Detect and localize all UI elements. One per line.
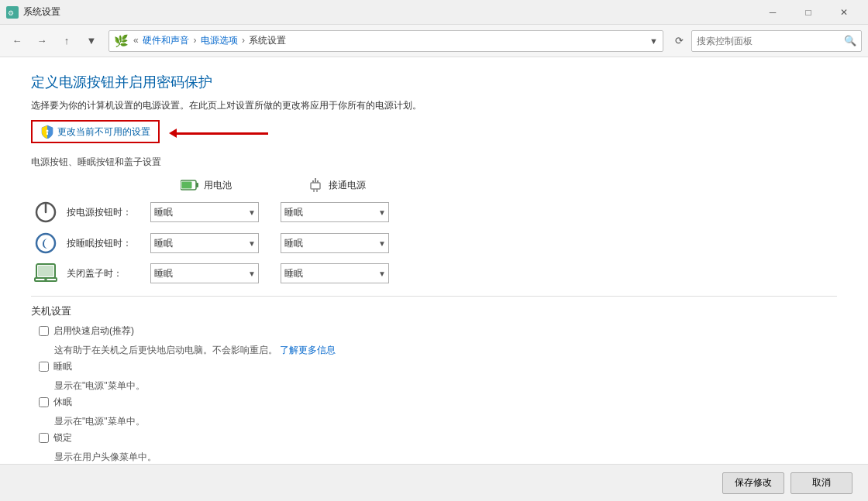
search-input[interactable] bbox=[697, 36, 841, 46]
sleep-button-icon-cell bbox=[31, 232, 60, 255]
battery-column-label: 用电池 bbox=[204, 179, 232, 192]
breadcrumb-part1[interactable]: 硬件和声音 bbox=[143, 35, 189, 46]
learn-more-link[interactable]: 了解更多信息 bbox=[280, 345, 336, 355]
refresh-button[interactable]: ⟳ bbox=[670, 32, 688, 50]
fast-startup-desc: 这有助于在关机之后更快地启动电脑。不会影响重启。 了解更多信息 bbox=[54, 344, 837, 357]
sleep-button-label: 按睡眠按钮时： bbox=[67, 237, 144, 250]
sleep-checkbox[interactable] bbox=[39, 362, 49, 372]
forward-button[interactable]: → bbox=[31, 30, 53, 52]
power-button-icon bbox=[34, 201, 57, 224]
lid-icon bbox=[34, 263, 57, 284]
power-column-label: 接通电源 bbox=[329, 179, 366, 192]
fast-startup-item: 启用快速启动(推荐) 这有助于在关机之后更快地启动电脑。不会影响重启。 了解更多… bbox=[39, 324, 837, 357]
page-description: 选择要为你的计算机设置的电源设置。在此页上对设置所做的更改将应用于你所有的电源计… bbox=[31, 99, 837, 112]
battery-column-header: 用电池 bbox=[144, 177, 268, 194]
sleep-desc: 显示在"电源"菜单中。 bbox=[54, 379, 837, 393]
lid-icon-cell bbox=[31, 263, 60, 284]
lid-label: 关闭盖子时： bbox=[67, 267, 144, 280]
change-settings-button[interactable]: 更改当前不可用的设置 bbox=[31, 120, 160, 143]
save-button[interactable]: 保存修改 bbox=[722, 472, 784, 494]
fast-startup-label: 启用快速启动(推荐) bbox=[53, 324, 134, 338]
sleep-button-power-select-wrapper: 睡眠 关机 不采取任何操作 休眠 ▼ bbox=[281, 233, 405, 253]
uac-shield-icon bbox=[40, 125, 54, 139]
shutdown-items: 启用快速启动(推荐) 这有助于在关机之后更快地启动电脑。不会影响重启。 了解更多… bbox=[31, 324, 837, 464]
hibernate-label: 休眠 bbox=[53, 396, 72, 409]
svg-rect-3 bbox=[46, 132, 48, 135]
power-column-header: 接通电源 bbox=[274, 177, 398, 194]
main-content: 定义电源按钮并启用密码保护 选择要为你的计算机设置的电源设置。在此页上对设置所做… bbox=[0, 57, 868, 464]
svg-rect-6 bbox=[182, 182, 192, 189]
sleep-button-power-select[interactable]: 睡眠 关机 不采取任何操作 休眠 bbox=[281, 233, 389, 253]
lid-power-select-wrapper: 睡眠 关机 不采取任何操作 休眠 ▼ bbox=[281, 263, 405, 283]
back-button[interactable]: ← bbox=[6, 30, 28, 52]
power-button-power-select-wrapper: 睡眠 关机 不采取任何操作 休眠 ▼ bbox=[281, 202, 405, 222]
lid-row: 关闭盖子时： 睡眠 关机 不采取任何操作 休眠 ▼ 睡眠 关 bbox=[31, 259, 837, 288]
up-button[interactable]: ↑ bbox=[56, 30, 78, 52]
lid-battery-select-wrapper: 睡眠 关机 不采取任何操作 休眠 ▼ bbox=[150, 263, 274, 283]
column-headers: 用电池 接通电源 bbox=[144, 177, 837, 194]
bottom-bar: 保存修改 取消 bbox=[0, 464, 868, 501]
sleep-button-row: 按睡眠按钮时： 睡眠 关机 不采取任何操作 休眠 ▼ 睡眠 bbox=[31, 228, 837, 259]
maximize-button[interactable]: □ bbox=[790, 0, 826, 25]
breadcrumb-sep0: « bbox=[133, 35, 139, 46]
cancel-button[interactable]: 取消 bbox=[790, 472, 852, 494]
hibernate-desc: 显示在"电源"菜单中。 bbox=[54, 415, 837, 428]
power-settings-rows: 按电源按钮时： 睡眠 关机 不采取任何操作 休眠 ▼ 睡眠 bbox=[31, 197, 837, 288]
power-button-label: 按电源按钮时： bbox=[67, 206, 144, 219]
sleep-button-icon bbox=[34, 232, 57, 255]
sleep-item: 睡眠 显示在"电源"菜单中。 bbox=[39, 360, 837, 393]
power-button-row: 按电源按钮时： 睡眠 关机 不采取任何操作 休眠 ▼ 睡眠 bbox=[31, 197, 837, 228]
power-button-icon-cell bbox=[31, 201, 60, 224]
page-title: 定义电源按钮并启用密码保护 bbox=[31, 73, 837, 91]
power-button-battery-select-wrapper: 睡眠 关机 不采取任何操作 休眠 ▼ bbox=[150, 202, 274, 222]
sleep-button-battery-select[interactable]: 睡眠 关机 不采取任何操作 休眠 bbox=[150, 233, 259, 253]
annotation-arrow bbox=[175, 132, 268, 135]
lock-checkbox[interactable] bbox=[39, 433, 49, 443]
sleep-button-battery-select-wrapper: 睡眠 关机 不采取任何操作 休眠 ▼ bbox=[150, 233, 274, 253]
svg-rect-8 bbox=[311, 183, 320, 189]
sleep-label: 睡眠 bbox=[53, 360, 72, 373]
lock-label: 锁定 bbox=[53, 431, 72, 444]
hibernate-checkbox[interactable] bbox=[39, 397, 49, 407]
lock-item: 锁定 显示在用户头像菜单中。 bbox=[39, 431, 837, 464]
lid-battery-select[interactable]: 睡眠 关机 不采取任何操作 休眠 bbox=[150, 263, 259, 283]
svg-point-19 bbox=[44, 279, 47, 280]
change-settings-label: 更改当前不可用的设置 bbox=[57, 125, 150, 139]
lid-power-select[interactable]: 睡眠 关机 不采取任何操作 休眠 bbox=[281, 263, 389, 283]
svg-text:⚙: ⚙ bbox=[8, 9, 14, 17]
minimize-button[interactable]: ─ bbox=[755, 0, 790, 25]
hibernate-item: 休眠 显示在"电源"菜单中。 bbox=[39, 396, 837, 428]
svg-rect-17 bbox=[38, 266, 53, 276]
section2-title: 关机设置 bbox=[31, 304, 837, 318]
address-bar: 🌿 « 硬件和声音 › 电源选项 › 系统设置 ▼ bbox=[108, 30, 663, 52]
svg-point-15 bbox=[36, 234, 55, 252]
search-bar: 🔍 bbox=[691, 30, 862, 52]
plug-icon bbox=[307, 177, 324, 194]
section1-label: 电源按钮、睡眠按钮和盖子设置 bbox=[31, 156, 837, 169]
lock-desc: 显示在用户头像菜单中。 bbox=[54, 451, 837, 464]
title-bar: ⚙ 系统设置 ─ □ ✕ bbox=[0, 0, 868, 25]
battery-icon bbox=[181, 179, 199, 191]
svg-rect-5 bbox=[196, 183, 198, 187]
power-button-power-select[interactable]: 睡眠 关机 不采取任何操作 休眠 bbox=[281, 202, 389, 222]
power-button-battery-select[interactable]: 睡眠 关机 不采取任何操作 休眠 bbox=[150, 202, 259, 222]
search-icon[interactable]: 🔍 bbox=[844, 35, 856, 46]
breadcrumb-part2[interactable]: 电源选项 bbox=[201, 35, 238, 46]
window-title: 系统设置 bbox=[23, 5, 60, 19]
address-dropdown-arrow[interactable]: ▼ bbox=[649, 36, 658, 46]
nav-bar: ← → ↑ ▼ 🌿 « 硬件和声音 › 电源选项 › 系统设置 ▼ ⟳ 🔍 bbox=[0, 25, 868, 57]
close-button[interactable]: ✕ bbox=[826, 0, 862, 25]
address-bar-icon: 🌿 bbox=[114, 34, 129, 48]
fast-startup-checkbox[interactable] bbox=[39, 326, 49, 336]
section-divider bbox=[31, 296, 837, 297]
breadcrumb-current: 系统设置 bbox=[249, 35, 286, 46]
app-icon: ⚙ bbox=[6, 6, 19, 19]
recent-locations-button[interactable]: ▼ bbox=[81, 30, 102, 52]
svg-point-2 bbox=[46, 130, 49, 132]
